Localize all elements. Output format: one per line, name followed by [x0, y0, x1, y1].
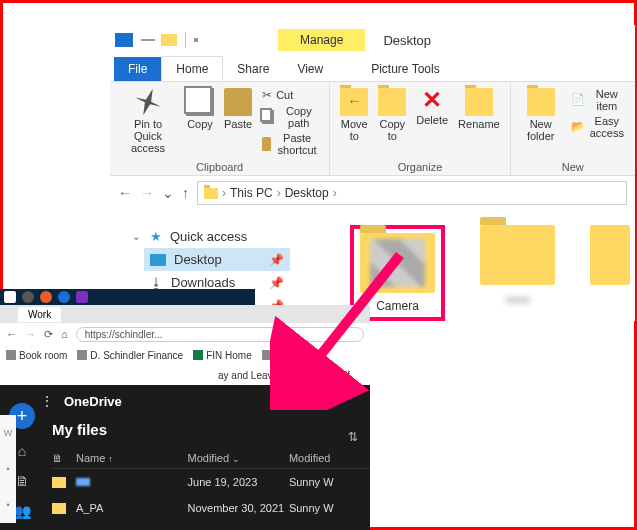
- sidebar-desktop[interactable]: Desktop 📌: [144, 248, 290, 271]
- arrow-left-icon: ←: [347, 93, 361, 109]
- left-background-strip: W••: [0, 415, 16, 523]
- cell-by: Sunny W: [289, 502, 370, 514]
- paste-shortcut-label: Paste shortcut: [275, 132, 319, 156]
- bookmark-finance[interactable]: D. Schindler Finance: [77, 350, 183, 361]
- copy-to-label: Copy to: [378, 118, 406, 142]
- onenote-icon[interactable]: [76, 291, 88, 303]
- page-icon: [293, 370, 303, 380]
- tab-picture-tools[interactable]: Picture Tools: [357, 57, 453, 81]
- up-button[interactable]: ↑: [182, 185, 189, 201]
- divider: [185, 32, 186, 48]
- copy-path-button[interactable]: Copy path: [262, 105, 319, 129]
- sort-icon[interactable]: ⇅: [348, 430, 358, 444]
- browser-tabstrip: Work: [0, 305, 370, 323]
- copy-to-button[interactable]: Copy to: [378, 88, 406, 142]
- delete-label: Delete: [416, 114, 448, 126]
- ribbon-tabs: File Home Share View Picture Tools: [110, 55, 635, 81]
- browser-window: Work ← → ⟳ ⌂ https://schindler... Book r…: [0, 305, 370, 530]
- breadcrumb-box[interactable]: › This PC › Desktop ›: [197, 181, 627, 205]
- quick-access-label: Quick access: [170, 229, 247, 244]
- new-item-button[interactable]: 📄New item: [571, 88, 625, 112]
- forward-button[interactable]: →: [140, 185, 154, 201]
- folder-blurred-2[interactable]: [590, 225, 630, 321]
- search-icon[interactable]: [22, 291, 34, 303]
- new-folder-button[interactable]: New folder: [521, 88, 561, 142]
- app-icon[interactable]: [40, 291, 52, 303]
- sort-asc-icon: ↑: [108, 454, 113, 464]
- easy-access-button[interactable]: 📂Easy access: [571, 115, 625, 139]
- table-row[interactable]: A_PA November 30, 2021 Sunny W: [52, 495, 370, 521]
- shared-icon[interactable]: 👥: [14, 503, 31, 519]
- crumb-desktop[interactable]: Desktop: [285, 186, 329, 200]
- home-button[interactable]: ⌂: [61, 328, 68, 340]
- copy-button[interactable]: Copy: [186, 88, 214, 130]
- strip-icon: •: [6, 500, 9, 510]
- browser-tab[interactable]: Work: [18, 307, 61, 322]
- paste-shortcut-button[interactable]: Paste shortcut: [262, 132, 319, 156]
- new-folder-label: New folder: [521, 118, 561, 142]
- folder-label: ▬▬: [506, 291, 530, 305]
- bookmark-ivanti[interactable]: Ivanti Self: [293, 370, 350, 381]
- tab-share[interactable]: Share: [223, 57, 283, 81]
- tab-home[interactable]: Home: [161, 56, 223, 81]
- chevron-down-icon: ⌄: [232, 454, 240, 464]
- table-row[interactable]: June 19, 2023 Sunny W: [52, 469, 370, 495]
- page-icon: [77, 350, 87, 360]
- folder-icon: [480, 225, 555, 285]
- cut-label: Cut: [276, 89, 293, 101]
- crumb-this-pc[interactable]: This PC: [230, 186, 273, 200]
- bookmark-fin-home[interactable]: FIN Home: [193, 350, 252, 361]
- col-name[interactable]: Name↑: [76, 452, 188, 464]
- bookmarks-bar: Book room D. Schindler Finance FIN Home …: [0, 345, 370, 365]
- chevron-right-icon: ›: [333, 186, 337, 200]
- downloads-label: Downloads: [171, 275, 235, 290]
- back-button[interactable]: ←: [118, 185, 132, 201]
- col-modified[interactable]: Modified⌄: [188, 452, 289, 464]
- folder-icon: [204, 188, 218, 199]
- back-button[interactable]: ←: [6, 328, 17, 340]
- start-icon[interactable]: [4, 291, 16, 303]
- copy-path-label: Copy path: [278, 105, 319, 129]
- refresh-button[interactable]: ⟳: [44, 328, 53, 341]
- clipboard-group-label: Clipboard: [120, 161, 319, 173]
- folder-icon: ←: [340, 88, 368, 116]
- delete-button[interactable]: ✕ Delete: [416, 88, 448, 126]
- home-icon[interactable]: ⌂: [18, 443, 26, 459]
- manage-context-tab[interactable]: Manage: [278, 29, 365, 51]
- sidebar-quick-access[interactable]: ⌄ ★ Quick access: [126, 225, 290, 248]
- bookmark-form[interactable]: Form: [262, 350, 298, 361]
- tab-view[interactable]: View: [283, 57, 337, 81]
- address-bar: ← → ⌄ ↑ › This PC › Desktop ›: [110, 176, 635, 210]
- move-to-button[interactable]: ← Move to: [340, 88, 368, 142]
- organize-group-label: Organize: [340, 161, 499, 173]
- files-icon[interactable]: 🗎: [15, 473, 29, 489]
- bm-label: FIN Home: [206, 350, 252, 361]
- strip-icon: •: [6, 464, 9, 474]
- paste-button[interactable]: Paste: [224, 88, 252, 130]
- col-modified-by[interactable]: Modified: [289, 452, 370, 464]
- pin-icon: [130, 84, 166, 120]
- ribbon-group-organize: ← Move to Copy to ✕ Delete Rename Organi…: [330, 82, 510, 175]
- folder-blurred-1[interactable]: ▬▬: [470, 225, 565, 321]
- forward-button[interactable]: →: [25, 328, 36, 340]
- bm-label: ay and Leaves: [218, 370, 283, 381]
- edge-icon[interactable]: [58, 291, 70, 303]
- bookmark-leaves[interactable]: ay and Leaves: [218, 370, 283, 381]
- ribbon-group-clipboard: Pin to Quick access Copy Paste ✂Cut Copy…: [110, 82, 330, 175]
- file-explorer-window: Manage Desktop File Home Share View Pict…: [110, 25, 635, 321]
- col-icon: 🗎: [52, 452, 76, 464]
- tab-file[interactable]: File: [114, 57, 161, 81]
- bookmark-book-room[interactable]: Book room: [6, 350, 67, 361]
- recent-dropdown[interactable]: ⌄: [162, 185, 174, 201]
- wiki-icon: W: [4, 428, 13, 438]
- table-header: 🗎 Name↑ Modified⌄ Modified: [52, 452, 370, 469]
- rename-button[interactable]: Rename: [458, 88, 500, 130]
- cell-by: Sunny W: [289, 476, 370, 488]
- url-input[interactable]: https://schindler...: [76, 327, 364, 342]
- folder-label: Camera: [376, 299, 419, 313]
- chevron-down-icon: ⌄: [132, 231, 140, 242]
- qat-dropdown[interactable]: [194, 38, 198, 42]
- pin-quick-access-button[interactable]: Pin to Quick access: [120, 88, 176, 154]
- ribbon-group-new: New folder 📄New item 📂Easy access New: [511, 82, 635, 175]
- cut-button[interactable]: ✂Cut: [262, 88, 293, 102]
